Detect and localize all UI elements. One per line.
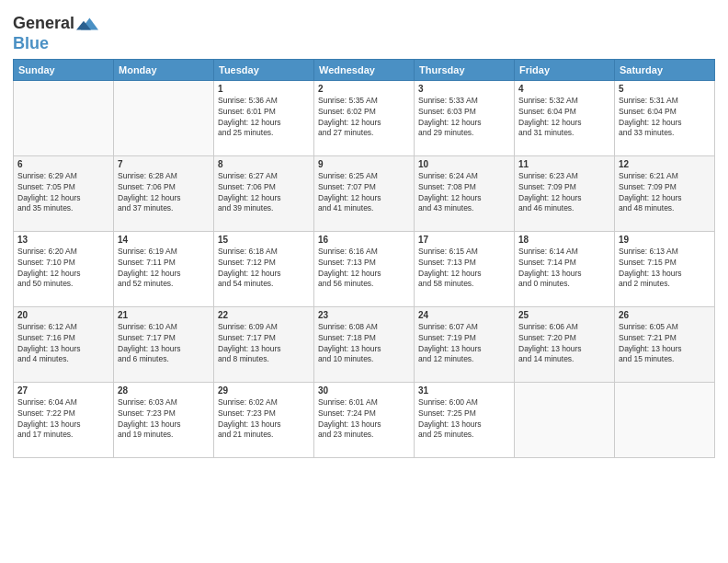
day-number: 13 <box>17 235 109 245</box>
logo-text-blue: Blue <box>13 34 49 52</box>
day-number: 2 <box>318 84 410 94</box>
header: General Blue <box>13 9 715 53</box>
day-number: 29 <box>218 385 310 396</box>
day-cell: 10Sunrise: 6:24 AM Sunset: 7:08 PM Dayli… <box>415 155 515 231</box>
day-cell: 1Sunrise: 5:36 AM Sunset: 6:01 PM Daylig… <box>214 80 314 155</box>
day-cell: 21Sunrise: 6:10 AM Sunset: 7:17 PM Dayli… <box>114 306 214 382</box>
day-number: 8 <box>218 159 310 169</box>
day-number: 16 <box>318 235 410 245</box>
header-row: SundayMondayTuesdayWednesdayThursdayFrid… <box>14 59 715 80</box>
day-number: 21 <box>118 310 210 320</box>
day-info: Sunrise: 6:19 AM Sunset: 7:11 PM Dayligh… <box>118 247 210 291</box>
day-number: 30 <box>318 385 410 396</box>
day-info: Sunrise: 6:21 AM Sunset: 7:09 PM Dayligh… <box>619 171 711 215</box>
day-cell: 11Sunrise: 6:23 AM Sunset: 7:09 PM Dayli… <box>515 155 615 231</box>
day-cell: 6Sunrise: 6:29 AM Sunset: 7:05 PM Daylig… <box>14 155 114 231</box>
day-cell <box>615 382 715 457</box>
day-info: Sunrise: 6:24 AM Sunset: 7:08 PM Dayligh… <box>418 171 510 215</box>
day-number: 7 <box>118 159 210 169</box>
day-cell: 13Sunrise: 6:20 AM Sunset: 7:10 PM Dayli… <box>14 231 114 306</box>
logo: General Blue <box>13 13 98 53</box>
day-info: Sunrise: 6:29 AM Sunset: 7:05 PM Dayligh… <box>17 171 109 215</box>
day-cell: 19Sunrise: 6:13 AM Sunset: 7:15 PM Dayli… <box>615 231 715 306</box>
day-number: 4 <box>518 84 610 94</box>
col-header-sunday: Sunday <box>14 59 114 80</box>
day-number: 26 <box>619 310 711 320</box>
day-cell: 22Sunrise: 6:09 AM Sunset: 7:17 PM Dayli… <box>214 306 314 382</box>
day-number: 1 <box>218 84 310 94</box>
day-info: Sunrise: 6:15 AM Sunset: 7:13 PM Dayligh… <box>418 247 510 291</box>
day-info: Sunrise: 6:27 AM Sunset: 7:06 PM Dayligh… <box>218 171 310 215</box>
day-cell <box>14 80 114 155</box>
logo-icon <box>76 13 98 35</box>
day-info: Sunrise: 5:33 AM Sunset: 6:03 PM Dayligh… <box>418 96 510 140</box>
day-cell: 18Sunrise: 6:14 AM Sunset: 7:14 PM Dayli… <box>515 231 615 306</box>
day-number: 20 <box>17 310 109 320</box>
day-info: Sunrise: 6:05 AM Sunset: 7:21 PM Dayligh… <box>619 322 711 366</box>
day-info: Sunrise: 5:36 AM Sunset: 6:01 PM Dayligh… <box>218 96 310 140</box>
day-info: Sunrise: 6:02 AM Sunset: 7:23 PM Dayligh… <box>218 397 310 442</box>
day-cell: 7Sunrise: 6:28 AM Sunset: 7:06 PM Daylig… <box>114 155 214 231</box>
day-cell: 20Sunrise: 6:12 AM Sunset: 7:16 PM Dayli… <box>14 306 114 382</box>
day-number: 9 <box>318 159 410 169</box>
day-info: Sunrise: 6:01 AM Sunset: 7:24 PM Dayligh… <box>318 397 410 442</box>
day-number: 14 <box>118 235 210 245</box>
col-header-saturday: Saturday <box>615 59 715 80</box>
day-info: Sunrise: 6:23 AM Sunset: 7:09 PM Dayligh… <box>518 171 610 215</box>
col-header-thursday: Thursday <box>415 59 515 80</box>
day-info: Sunrise: 6:16 AM Sunset: 7:13 PM Dayligh… <box>318 247 410 291</box>
day-info: Sunrise: 6:25 AM Sunset: 7:07 PM Dayligh… <box>318 171 410 215</box>
day-cell: 14Sunrise: 6:19 AM Sunset: 7:11 PM Dayli… <box>114 231 214 306</box>
day-cell: 30Sunrise: 6:01 AM Sunset: 7:24 PM Dayli… <box>314 382 415 457</box>
day-info: Sunrise: 6:09 AM Sunset: 7:17 PM Dayligh… <box>218 322 310 366</box>
day-number: 18 <box>518 235 610 245</box>
day-info: Sunrise: 6:08 AM Sunset: 7:18 PM Dayligh… <box>318 322 410 366</box>
day-info: Sunrise: 5:31 AM Sunset: 6:04 PM Dayligh… <box>619 96 711 140</box>
day-cell: 3Sunrise: 5:33 AM Sunset: 6:03 PM Daylig… <box>415 80 515 155</box>
week-row-4: 20Sunrise: 6:12 AM Sunset: 7:16 PM Dayli… <box>14 306 715 382</box>
day-number: 3 <box>418 84 510 94</box>
day-number: 24 <box>418 310 510 320</box>
day-cell: 25Sunrise: 6:06 AM Sunset: 7:20 PM Dayli… <box>515 306 615 382</box>
day-cell: 28Sunrise: 6:03 AM Sunset: 7:23 PM Dayli… <box>114 382 214 457</box>
page: General Blue SundayMondayTuesdayWednesda… <box>0 0 728 563</box>
day-number: 19 <box>619 235 711 245</box>
day-info: Sunrise: 6:04 AM Sunset: 7:22 PM Dayligh… <box>17 397 109 442</box>
day-cell: 27Sunrise: 6:04 AM Sunset: 7:22 PM Dayli… <box>14 382 114 457</box>
day-cell: 9Sunrise: 6:25 AM Sunset: 7:07 PM Daylig… <box>314 155 415 231</box>
day-number: 6 <box>17 159 109 169</box>
calendar-table: SundayMondayTuesdayWednesdayThursdayFrid… <box>13 59 715 458</box>
day-info: Sunrise: 6:06 AM Sunset: 7:20 PM Dayligh… <box>518 322 610 366</box>
day-cell: 26Sunrise: 6:05 AM Sunset: 7:21 PM Dayli… <box>615 306 715 382</box>
day-cell <box>515 382 615 457</box>
day-cell: 17Sunrise: 6:15 AM Sunset: 7:13 PM Dayli… <box>415 231 515 306</box>
day-info: Sunrise: 6:07 AM Sunset: 7:19 PM Dayligh… <box>418 322 510 366</box>
day-number: 23 <box>318 310 410 320</box>
day-number: 5 <box>619 84 711 94</box>
day-info: Sunrise: 5:35 AM Sunset: 6:02 PM Dayligh… <box>318 96 410 140</box>
day-info: Sunrise: 6:03 AM Sunset: 7:23 PM Dayligh… <box>118 397 210 442</box>
day-info: Sunrise: 6:10 AM Sunset: 7:17 PM Dayligh… <box>118 322 210 366</box>
day-cell: 24Sunrise: 6:07 AM Sunset: 7:19 PM Dayli… <box>415 306 515 382</box>
day-cell: 23Sunrise: 6:08 AM Sunset: 7:18 PM Dayli… <box>314 306 415 382</box>
day-cell <box>114 80 214 155</box>
col-header-tuesday: Tuesday <box>214 59 314 80</box>
week-row-1: 1Sunrise: 5:36 AM Sunset: 6:01 PM Daylig… <box>14 80 715 155</box>
day-number: 15 <box>218 235 310 245</box>
day-number: 10 <box>418 159 510 169</box>
day-cell: 15Sunrise: 6:18 AM Sunset: 7:12 PM Dayli… <box>214 231 314 306</box>
day-cell: 2Sunrise: 5:35 AM Sunset: 6:02 PM Daylig… <box>314 80 415 155</box>
col-header-wednesday: Wednesday <box>314 59 415 80</box>
day-number: 28 <box>118 385 210 396</box>
day-cell: 12Sunrise: 6:21 AM Sunset: 7:09 PM Dayli… <box>615 155 715 231</box>
day-cell: 8Sunrise: 6:27 AM Sunset: 7:06 PM Daylig… <box>214 155 314 231</box>
day-info: Sunrise: 6:28 AM Sunset: 7:06 PM Dayligh… <box>118 171 210 215</box>
col-header-monday: Monday <box>114 59 214 80</box>
day-info: Sunrise: 6:00 AM Sunset: 7:25 PM Dayligh… <box>418 397 510 442</box>
week-row-3: 13Sunrise: 6:20 AM Sunset: 7:10 PM Dayli… <box>14 231 715 306</box>
day-number: 17 <box>418 235 510 245</box>
day-number: 11 <box>518 159 610 169</box>
day-cell: 29Sunrise: 6:02 AM Sunset: 7:23 PM Dayli… <box>214 382 314 457</box>
day-number: 12 <box>619 159 711 169</box>
day-info: Sunrise: 6:14 AM Sunset: 7:14 PM Dayligh… <box>518 247 610 291</box>
